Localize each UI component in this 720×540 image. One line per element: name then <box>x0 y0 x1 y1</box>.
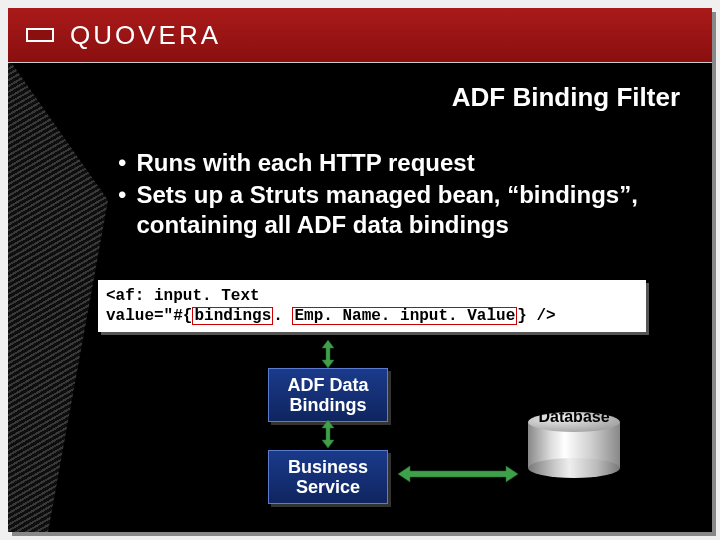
header-bar: QUOVERA <box>8 8 712 62</box>
bullet-text: Runs with each HTTP request <box>136 148 474 178</box>
arrow-vertical-icon <box>320 340 336 370</box>
code-highlight-bindings: bindings <box>192 307 273 325</box>
header-underline <box>8 62 712 63</box>
side-texture <box>8 58 108 532</box>
slide: QUOVERA ADF Binding Filter • Runs with e… <box>8 8 712 532</box>
box-label: ADF Data Bindings <box>281 375 375 415</box>
diagram: ADF Data Bindings Business Service Datab… <box>228 338 658 508</box>
bullet-icon: • <box>118 148 126 178</box>
code-snippet: <af: input. Text value="#{bindings. Emp.… <box>98 280 646 332</box>
brand-name: QUOVERA <box>70 20 221 51</box>
arrow-horizontal-icon <box>398 464 518 484</box>
logo-square-left-icon <box>26 28 40 42</box>
code-line-2: value="#{bindings. Emp. Name. input. Val… <box>106 306 638 326</box>
svg-marker-2 <box>398 466 518 482</box>
code-line-1: <af: input. Text <box>106 286 638 306</box>
bullet-text: Sets up a Struts managed bean, “bindings… <box>136 180 658 240</box>
bullet-list: • Runs with each HTTP request • Sets up … <box>118 148 658 242</box>
svg-marker-1 <box>322 420 334 448</box>
logo: QUOVERA <box>26 20 221 51</box>
list-item: • Sets up a Struts managed bean, “bindin… <box>118 180 658 240</box>
code-highlight-expr: Emp. Name. input. Value <box>292 307 517 325</box>
svg-marker-0 <box>322 340 334 368</box>
business-service-box: Business Service <box>268 450 388 504</box>
adf-data-bindings-box: ADF Data Bindings <box>268 368 388 422</box>
database-label: Database <box>526 408 622 426</box>
logo-square-right-icon <box>40 28 54 42</box>
code-frag: value="#{ <box>106 307 192 325</box>
bullet-icon: • <box>118 180 126 210</box>
code-frag: . <box>273 307 292 325</box>
page-title: ADF Binding Filter <box>452 82 680 113</box>
arrow-vertical-icon <box>320 420 336 450</box>
box-label: Business Service <box>281 457 375 497</box>
code-frag: } /> <box>517 307 555 325</box>
list-item: • Runs with each HTTP request <box>118 148 658 178</box>
